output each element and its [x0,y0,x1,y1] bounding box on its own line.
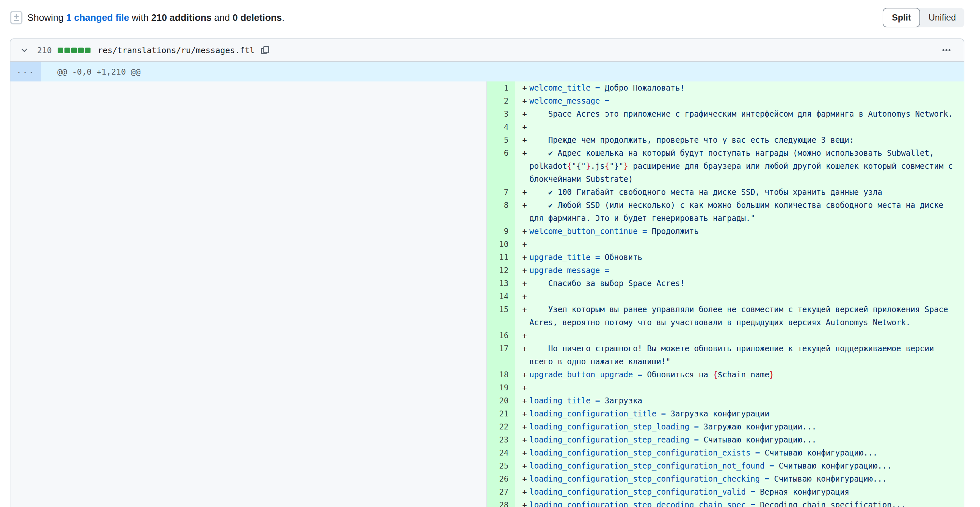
code-token-eq: = [633,370,647,379]
addition-marker: + [522,420,530,434]
diff-row: 28+loading_configuration_step_decoding_c… [10,499,964,507]
old-side-empty-cell [10,499,487,507]
added-line: + [515,121,964,134]
diff-row: 21+loading_configuration_title = Загрузк… [10,407,964,420]
diff-row: 22+loading_configuration_step_loading = … [10,420,964,434]
addition-marker: + [522,303,530,329]
line-number[interactable]: 4 [487,121,515,134]
file-header: 210 res/translations/ru/messages.ftl [10,39,964,62]
line-number[interactable]: 6 [487,147,515,186]
line-number[interactable]: 15 [487,303,515,329]
code-token-val: Спасибо за выбор Space Acres! [530,279,685,288]
old-side-empty-cell [10,225,487,238]
added-line: +upgrade_button_upgrade = Обновиться на … [515,368,964,381]
code-token-red: { [605,162,609,171]
diff-row: 11+upgrade_title = Обновить [10,251,964,264]
addition-marker: + [522,407,530,420]
code-token-eq: = [656,409,670,418]
line-number[interactable]: 27 [487,486,515,499]
code-token-eq: = [760,474,774,483]
code-token-val: Загрузка конфигурации [671,409,769,418]
diff-row: 18+upgrade_button_upgrade = Обновиться н… [10,368,964,381]
code-token-key: welcome_title [530,83,590,92]
file-options-kebab-icon[interactable] [939,43,954,58]
line-number[interactable]: 25 [487,459,515,472]
line-number[interactable]: 8 [487,199,515,225]
line-number[interactable]: 12 [487,264,515,277]
expand-hunk-button[interactable]: ... [10,62,41,81]
line-number[interactable]: 7 [487,186,515,199]
line-number[interactable]: 22 [487,420,515,434]
diff-row: 1+welcome_title = Добро Пожаловать! [10,81,964,94]
code-token-eq: = [764,461,778,470]
added-line: +loading_configuration_step_configuratio… [515,459,964,472]
diff-row: 19+ [10,381,964,394]
code-token-eq: = [590,83,605,92]
line-number[interactable]: 2 [487,94,515,107]
diff-row: 17+ Но ничего страшного! Вы можете обнов… [10,342,964,368]
added-line: + [515,290,964,303]
line-number[interactable]: 28 [487,499,515,507]
addition-marker: + [522,368,530,381]
old-side-empty-cell [10,303,487,329]
added-line: + [515,238,964,251]
added-line: + ✔ Адрес кошелька на который будут пост… [515,147,964,186]
line-number[interactable]: 16 [487,329,515,342]
line-content: loading_configuration_step_configuration… [530,446,956,459]
addition-marker: + [522,238,530,251]
added-line: +loading_configuration_step_configuratio… [515,486,964,499]
added-line: +loading_configuration_title = Загрузка … [515,407,964,420]
file-diff-icon[interactable] [10,10,23,25]
line-number[interactable]: 1 [487,81,515,94]
line-number[interactable]: 24 [487,446,515,459]
line-number[interactable]: 17 [487,342,515,368]
diff-row: 7+ ✔ 100 Гигабайт свободного места на ди… [10,186,964,199]
line-number[interactable]: 18 [487,368,515,381]
code-token-key: loading_configuration_step_configuration… [530,488,746,497]
added-line: + [515,381,964,394]
file-path[interactable]: res/translations/ru/messages.ftl [98,46,255,55]
diff-row: 8+ ✔ Любой SSD (или несколько) с как мож… [10,199,964,225]
line-number[interactable]: 5 [487,134,515,147]
diff-row: 27+loading_configuration_step_configurat… [10,486,964,499]
code-token-val: Считываю конфигурацию... [779,461,892,470]
line-content [530,381,956,394]
addition-marker: + [522,147,530,186]
hunk-header-row: ... @@ -0,0 +1,210 @@ [10,62,964,81]
diffstat-addition-square [57,48,63,53]
line-number[interactable]: 9 [487,225,515,238]
line-number[interactable]: 3 [487,107,515,121]
added-line: +loading_configuration_step_decoding_cha… [515,499,964,507]
code-token-eq: = [638,227,651,236]
line-content [530,121,956,134]
split-view-button[interactable]: Split [883,8,920,27]
code-token-key: upgrade_title [530,253,590,262]
code-token-key: loading_configuration_step_reading [530,435,689,445]
line-content [530,329,956,342]
collapse-file-chevron-down-icon[interactable] [20,46,29,54]
line-number[interactable]: 10 [487,238,515,251]
added-line: + ✔ 100 Гигабайт свободного места на дис… [515,186,964,199]
changed-file-link[interactable]: 1 changed file [66,13,129,23]
old-side-empty-cell [10,107,487,121]
added-line: +loading_configuration_step_loading = За… [515,420,964,434]
old-side-empty-cell [10,459,487,472]
line-number[interactable]: 20 [487,394,515,407]
copy-path-icon[interactable] [261,46,270,55]
line-number[interactable]: 19 [487,381,515,394]
line-number[interactable]: 21 [487,407,515,420]
line-content: Прежде чем продолжить, проверьте что у в… [530,134,956,147]
line-number[interactable]: 23 [487,434,515,446]
line-content: upgrade_message = [530,264,956,277]
diff-summary-bar: Showing 1 changed file with 210 addition… [0,0,980,38]
added-line: +loading_configuration_step_configuratio… [515,472,964,486]
line-number[interactable]: 11 [487,251,515,264]
line-number[interactable]: 26 [487,472,515,486]
line-number[interactable]: 13 [487,277,515,290]
code-token-key: loading_configuration_step_loading [530,422,689,431]
unified-view-button[interactable]: Unified [920,8,964,27]
diff-view-toggle: Split Unified [883,8,964,27]
line-number[interactable]: 14 [487,290,515,303]
addition-marker: + [522,81,530,94]
line-content: loading_configuration_step_loading = Заг… [530,420,956,434]
